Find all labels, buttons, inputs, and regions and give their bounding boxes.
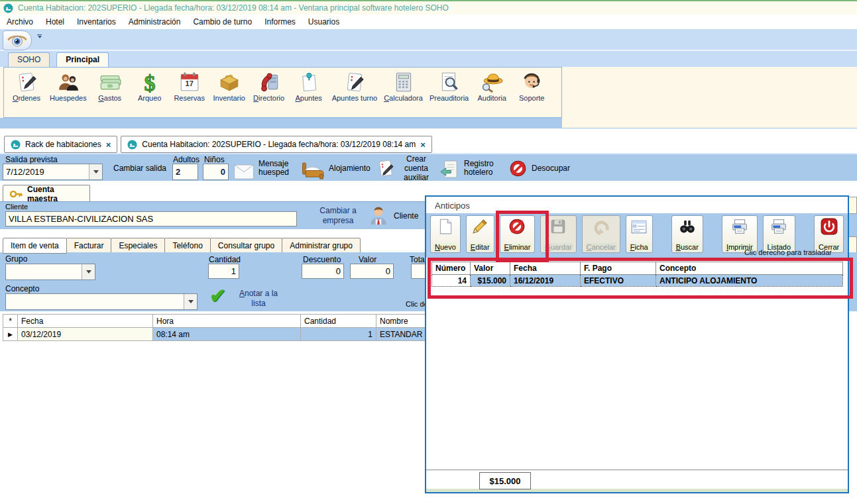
pencil-icon bbox=[471, 218, 488, 235]
tab-soho[interactable]: SOHO bbox=[8, 52, 50, 67]
tab-consultar-grupo[interactable]: Consultar grupo bbox=[210, 238, 282, 254]
tab-especiales[interactable]: Especiales bbox=[111, 238, 165, 254]
envelope-icon[interactable] bbox=[233, 164, 255, 179]
doc-tab-cuenta-habitacion[interactable]: Cuenta Habitacion: 202SUPERIO - Llegada … bbox=[121, 136, 432, 153]
ninos-field[interactable]: 0 bbox=[203, 164, 229, 180]
ribbon-item-auditoria[interactable]: Auditoria bbox=[472, 71, 512, 103]
doc-tab-rack-habitaciones[interactable]: Rack de habitaciones × bbox=[4, 136, 117, 153]
doc-tab-icon bbox=[127, 140, 137, 150]
salida-prevista-date-combo[interactable]: 7/12/2019 bbox=[3, 164, 103, 180]
tab-label: Cuenta maestra bbox=[27, 185, 84, 203]
col-cantidad[interactable]: Cantidad bbox=[301, 315, 376, 328]
ribbon-item-apuntes-turno[interactable]: Apuntes turno bbox=[329, 71, 381, 103]
ribbon-item-huespedes[interactable]: Huespedes bbox=[46, 71, 90, 103]
calculator-icon bbox=[392, 71, 415, 93]
cantidad-field[interactable]: 1 bbox=[208, 264, 239, 279]
nuevo-button[interactable]: Nuevo bbox=[430, 215, 461, 253]
ribbon-item-label: Reservas bbox=[174, 94, 204, 103]
cliente-field[interactable]: VILLA ESTEBAN-CIVILIZACION SAS bbox=[5, 211, 297, 227]
total-label: Total bbox=[410, 255, 426, 264]
descuento-field[interactable]: 0 bbox=[302, 264, 344, 279]
anotar-a-la-lista-button[interactable]: Anotar a la lista bbox=[233, 289, 284, 309]
tab-principal[interactable]: Principal bbox=[56, 52, 109, 67]
valor-field[interactable]: 0 bbox=[350, 264, 394, 279]
printer-icon bbox=[770, 218, 787, 235]
bed-icon[interactable] bbox=[300, 160, 326, 179]
person-icon[interactable] bbox=[369, 205, 388, 225]
menu-administracion[interactable]: Administración bbox=[129, 17, 181, 26]
undo-arrow-icon bbox=[593, 218, 610, 235]
ribbon-item-reservas[interactable]: 17 Reservas bbox=[170, 71, 209, 103]
ribbon-item-ordenes[interactable]: Ordenes bbox=[7, 71, 46, 103]
descuento-label: Descuento bbox=[303, 255, 341, 264]
tab-cuenta-maestra[interactable]: Cuenta maestra bbox=[3, 185, 90, 202]
ribbon-item-arqueo[interactable]: $ Arqueo bbox=[130, 71, 170, 103]
chevron-down-icon[interactable] bbox=[184, 294, 197, 309]
room-toolbar: Salida prevista 7/12/2019 Cambiar salida… bbox=[0, 153, 857, 181]
col-fecha[interactable]: Fecha bbox=[18, 315, 153, 328]
imprimir-button[interactable]: Imprimir bbox=[722, 215, 758, 253]
grupo-label: Grupo bbox=[5, 254, 27, 264]
app-menu-button[interactable] bbox=[3, 30, 32, 50]
ribbon-bottom-strip bbox=[0, 118, 562, 128]
menu-archivo[interactable]: Archivo bbox=[7, 17, 33, 26]
menu-informes[interactable]: Informes bbox=[264, 17, 296, 26]
close-icon[interactable]: × bbox=[420, 140, 426, 150]
ribbon-item-gastos[interactable]: Gastos bbox=[90, 71, 130, 103]
desocupar-button[interactable]: Desocupar bbox=[532, 164, 570, 173]
ribbon-item-inventario[interactable]: Inventario bbox=[209, 71, 249, 103]
adultos-label: Adultos bbox=[173, 155, 200, 164]
green-check-icon[interactable]: ✔ bbox=[209, 286, 226, 306]
cliente-button-label[interactable]: Cliente bbox=[394, 211, 418, 221]
dollar-icon: $ bbox=[139, 71, 161, 93]
menu-cambio-de-turno[interactable]: Cambio de turno bbox=[193, 17, 252, 26]
document-magnifier-icon bbox=[438, 71, 461, 93]
buscar-button[interactable]: Buscar bbox=[671, 215, 703, 253]
cambiar-salida-button[interactable]: Cambiar salida bbox=[110, 154, 170, 182]
anticipos-dialog: Anticipos Nuevo Editar Eliminar Guardar bbox=[425, 195, 849, 493]
ribbon-item-label: Apuntes turno bbox=[332, 94, 378, 103]
ribbon-item-calculadora[interactable]: Calculadora bbox=[380, 71, 426, 103]
menu-inventarios[interactable]: Inventarios bbox=[77, 17, 116, 26]
chevron-down-icon[interactable] bbox=[89, 164, 102, 179]
ribbon-item-preauditoria[interactable]: Preauditoria bbox=[426, 71, 472, 103]
ribbon-item-label: Arqueo bbox=[138, 94, 161, 103]
total-divider bbox=[426, 470, 848, 470]
registro-hotelero-button[interactable]: Registro hotelero bbox=[464, 160, 502, 177]
phone-icon bbox=[258, 71, 280, 93]
cantidad-label: Cantidad bbox=[209, 255, 241, 264]
ribbon-item-label: Auditoria bbox=[477, 94, 506, 103]
close-icon[interactable]: × bbox=[106, 140, 111, 150]
row-indicator-header: * bbox=[3, 315, 18, 328]
alojamiento-button[interactable]: Alojamiento bbox=[329, 164, 371, 173]
chevron-down-icon[interactable] bbox=[82, 264, 95, 279]
mensaje-huesped-button[interactable]: Mensaje huesped bbox=[258, 160, 297, 177]
tab-facturar[interactable]: Facturar bbox=[66, 238, 112, 254]
menu-usuarios[interactable]: Usuarios bbox=[308, 17, 339, 26]
cambiar-a-empresa-button[interactable]: Cambiar a empresa bbox=[310, 206, 366, 226]
cell-cantidad: 1 bbox=[301, 328, 376, 341]
ribbon-item-soporte[interactable]: Soporte bbox=[512, 71, 551, 103]
tab-administrar-grupo[interactable]: Administrar grupo bbox=[282, 238, 361, 254]
tab-telefono[interactable]: Teléfono bbox=[164, 238, 210, 254]
cerrar-button[interactable]: Cerrar bbox=[814, 215, 844, 253]
form-card-icon bbox=[630, 218, 648, 235]
toolbar-customize-dropdown-icon[interactable] bbox=[37, 34, 42, 38]
prohibition-icon[interactable] bbox=[509, 160, 527, 177]
col-hora[interactable]: Hora bbox=[153, 315, 301, 328]
listado-button[interactable]: Listado bbox=[763, 215, 795, 253]
grupo-combo[interactable] bbox=[5, 264, 95, 280]
hotel-registry-icon[interactable] bbox=[439, 159, 459, 179]
note-pen-icon[interactable] bbox=[375, 158, 396, 179]
editar-button[interactable]: Editar bbox=[466, 215, 494, 253]
concepto-combo[interactable] bbox=[5, 293, 198, 310]
menu-hotel[interactable]: Hotel bbox=[46, 17, 64, 26]
crear-cuenta-auxiliar-button[interactable]: Crear cuenta auxiliar bbox=[399, 154, 433, 182]
salida-prevista-value: 7/12/2019 bbox=[6, 167, 44, 177]
new-page-icon bbox=[437, 218, 454, 235]
ficha-button[interactable]: Ficha bbox=[626, 215, 653, 253]
tab-item-de-venta[interactable]: Item de venta bbox=[3, 238, 67, 254]
ribbon-item-directorio[interactable]: Directorio bbox=[249, 71, 289, 103]
adultos-field[interactable]: 2 bbox=[172, 164, 198, 180]
ribbon-item-apuntes[interactable]: Apuntes bbox=[289, 71, 329, 103]
